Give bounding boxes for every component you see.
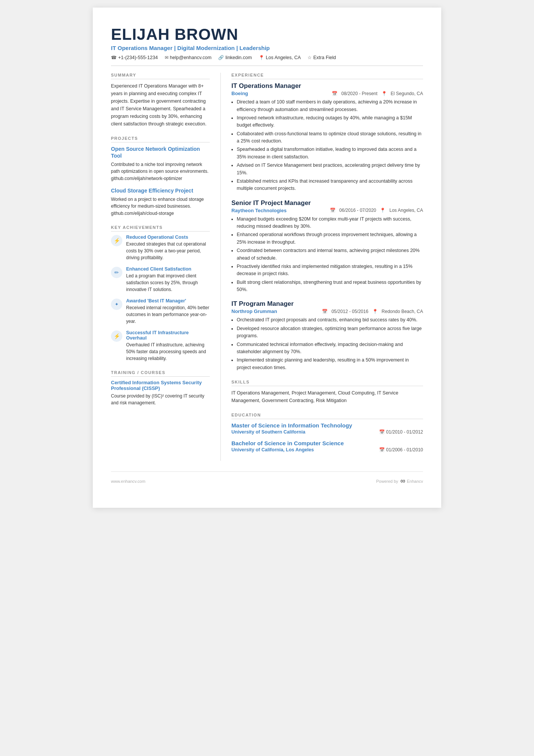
exp-bullet: Orchestrated IT project proposals and co… [237, 316, 423, 324]
project-title: Open Source Network Optimization Tool [111, 146, 210, 159]
exp-bullet: Enhanced operational workflows through p… [237, 231, 423, 246]
edu-school: University of Southern California [231, 429, 305, 435]
exp-bullet: Spearheaded a digital transformation ini… [237, 146, 423, 161]
skills-section: SKILLS IT Operations Management, Project… [231, 380, 423, 404]
achievement-title: Awarded 'Best IT Manager' [126, 298, 210, 304]
education-section-title: EDUCATION [231, 413, 423, 419]
exp-bullet: Developed resource allocation strategies… [237, 325, 423, 340]
location-pin-icon: 📍 [381, 91, 387, 96]
exp-location: Redondo Beach, CA [382, 309, 423, 314]
exp-meta: 📅 08/2020 - Present 📍 El Segundo, CA [332, 91, 423, 96]
project-desc: Worked on a project to enhance cloud sto… [111, 196, 210, 217]
training-item: Certified Information Systems Security P… [111, 380, 210, 406]
skills-text: IT Operations Management, Project Manage… [231, 389, 423, 404]
exp-bullet: Communicated technical information effec… [237, 341, 423, 356]
experience-item: IT Program Manager Northrop Grumman 📅 05… [231, 300, 423, 371]
pencil-icon: ✏ [114, 269, 119, 275]
project-title: Cloud Storage Efficiency Project [111, 187, 210, 194]
summary-section-title: SUMMARY [111, 73, 210, 79]
calendar-icon: 📅 [330, 208, 336, 213]
achievements-section-title: KEY ACHIEVEMENTS [111, 225, 210, 232]
achievement-icon-wrap: ⚡ [111, 330, 122, 342]
contact-phone: ☎ +1-(234)-555-1234 [111, 55, 158, 60]
location-icon: 📍 [259, 55, 264, 60]
edu-degree: Master of Science in Information Technol… [231, 422, 423, 429]
contact-extra: ☆ Extra Field [308, 55, 336, 60]
exp-meta: 📅 06/2016 - 07/2020 📍 Los Angeles, CA [330, 208, 423, 213]
project-desc: Contributed to a niche tool improving ne… [111, 161, 210, 182]
training-title: Certified Information Systems Security P… [111, 380, 210, 391]
exp-date: 06/2016 - 07/2020 [339, 208, 376, 213]
achievement-item: ⚡ Reduced Operational Costs Executed str… [111, 235, 210, 261]
edu-row: University of Southern California 📅 01/2… [231, 429, 423, 435]
experience-item: Senior IT Project Manager Raytheon Techn… [231, 199, 423, 294]
candidate-title: IT Operations Manager | Digital Moderniz… [111, 45, 423, 51]
exp-date: 08/2020 - Present [341, 91, 377, 96]
exp-bullet: Managed budgets exceeding $20M for compl… [237, 216, 423, 230]
achievement-desc: Led a program that improved client satis… [126, 272, 210, 293]
left-column: SUMMARY Experienced IT Operations Manage… [111, 73, 221, 461]
contact-row: ☎ +1-(234)-555-1234 ✉ help@enhancv.com 🔗… [111, 55, 423, 66]
logo-icon: ∞ [400, 477, 405, 485]
star-icon: ☆ [308, 55, 312, 60]
calendar-icon: 📅 [332, 91, 337, 96]
location-pin-icon: 📍 [372, 309, 378, 314]
summary-section: SUMMARY Experienced IT Operations Manage… [111, 73, 210, 128]
education-item: Bachelor of Science in Computer Science … [231, 440, 423, 452]
achievement-item: ✏ Enhanced Client Satisfaction Led a pro… [111, 266, 210, 293]
job-title: IT Operations Manager [231, 82, 423, 90]
company-name: Boeing [231, 91, 248, 96]
exp-bullets: Directed a team of 100 staff members in … [237, 99, 423, 193]
brand-name: Enhancv [407, 479, 423, 484]
skills-section-title: SKILLS [231, 380, 423, 386]
contact-email: ✉ help@enhancv.com [165, 55, 212, 60]
exp-bullet: Implemented strategic planning and leade… [237, 357, 423, 371]
training-section-title: TRAINING / COURSES [111, 370, 210, 377]
achievement-icon-wrap: ✦ [111, 299, 122, 310]
exp-bullet: Built strong client relationships, stren… [237, 279, 423, 294]
achievement-content: Enhanced Client Satisfaction Led a progr… [126, 266, 210, 293]
company-name: Raytheon Technologies [231, 208, 287, 213]
achievement-content: Awarded 'Best IT Manager' Received inter… [126, 298, 210, 325]
projects-section: PROJECTS Open Source Network Optimizatio… [111, 136, 210, 217]
achievement-desc: Received internal recognition, 40% bette… [126, 304, 210, 325]
company-name: Northrop Grumman [231, 308, 277, 314]
footer: www.enhancv.com Powered by ∞ Enhancv [111, 471, 423, 485]
achievement-desc: Overhauled IT infrastructure, achieving … [126, 341, 210, 362]
summary-text: Experienced IT Operations Manager with 8… [111, 82, 210, 128]
lightning-icon: ⚡ [114, 238, 120, 244]
exp-location: Los Angeles, CA [389, 208, 423, 213]
footer-brand: Powered by ∞ Enhancv [376, 477, 423, 485]
project-item: Open Source Network Optimization Tool Co… [111, 146, 210, 182]
achievements-section: KEY ACHIEVEMENTS ⚡ Reduced Operational C… [111, 225, 210, 362]
achievement-icon-wrap: ✏ [111, 267, 122, 278]
job-title: IT Program Manager [231, 300, 423, 308]
achievement-icon-wrap: ⚡ [111, 235, 122, 246]
education-item: Master of Science in Information Technol… [231, 422, 423, 435]
right-column: EXPERIENCE IT Operations Manager Boeing … [221, 73, 423, 461]
exp-date: 05/2012 - 05/2016 [331, 309, 368, 314]
exp-bullet: Directed a team of 100 staff members in … [237, 99, 423, 113]
edu-degree: Bachelor of Science in Computer Science [231, 440, 423, 446]
edu-school: University of California, Los Angeles [231, 447, 314, 452]
header: ELIJAH BROWN IT Operations Manager | Dig… [111, 26, 423, 66]
exp-meta: 📅 05/2012 - 05/2016 📍 Redondo Beach, CA [322, 309, 423, 314]
resume-page: ELIJAH BROWN IT Operations Manager | Dig… [93, 8, 441, 508]
edu-date: 📅 01/2006 - 01/2010 [379, 447, 423, 452]
exp-bullet: Established metrics and KPIs that increa… [237, 178, 423, 193]
achievement-desc: Executed strategies that cut operational… [126, 241, 210, 261]
powered-by-label: Powered by [376, 479, 398, 484]
location-pin-icon: 📍 [380, 208, 386, 213]
edu-date: 📅 01/2010 - 01/2012 [379, 429, 423, 435]
exp-bullet: Collaborated with cross-functional teams… [237, 130, 423, 145]
exp-bullet: Advised on IT Service Management best pr… [237, 162, 423, 177]
calendar-icon: 📅 [379, 447, 385, 452]
calendar-icon: 📅 [379, 429, 385, 435]
experience-section-title: EXPERIENCE [231, 73, 423, 79]
calendar-icon: 📅 [322, 309, 328, 314]
enhancv-logo: ∞ Enhancv [400, 477, 423, 485]
achievement-title: Successful IT Infrastructure Overhaul [126, 330, 210, 341]
candidate-name: ELIJAH BROWN [111, 26, 423, 43]
projects-section-title: PROJECTS [111, 136, 210, 142]
company-row: Raytheon Technologies 📅 06/2016 - 07/202… [231, 208, 423, 213]
